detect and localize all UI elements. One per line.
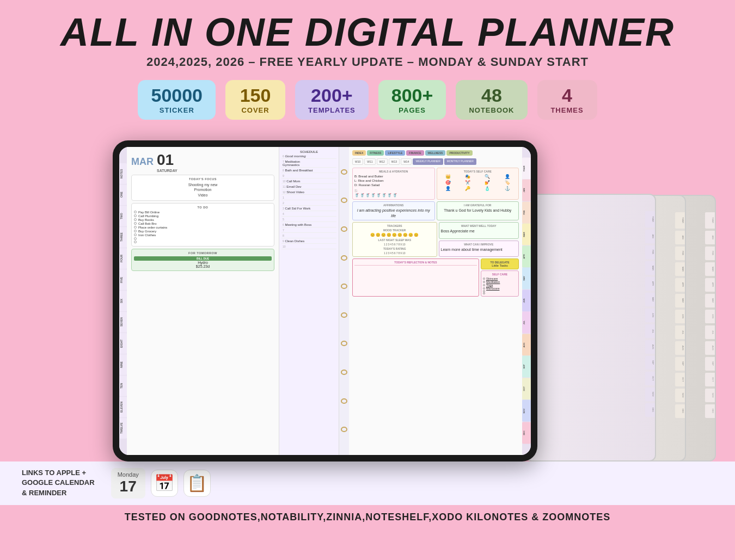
month-jan[interactable]: JAN	[522, 180, 531, 201]
sc-icon-9: 👤	[439, 186, 457, 191]
tab-nine[interactable]: NINE	[119, 354, 127, 375]
google-calendar-icon[interactable]: 📅	[151, 470, 178, 497]
mood-2: 😊	[376, 233, 381, 237]
year-tab-label[interactable]: YEAR	[522, 158, 531, 180]
reminders-icon[interactable]: 📋	[183, 470, 211, 497]
reflection-section: TODAY'S REFLECTION & NOTES	[352, 259, 479, 297]
sc-circle-4	[483, 287, 485, 290]
stat-sticker-number: 50000	[151, 85, 203, 106]
todo-text-1: Pay Bill Online	[138, 211, 160, 214]
right-page: INDEX FITNESS LIFESTYLE FINANCE WELLNESS…	[349, 147, 522, 455]
schedule-item-6: 11 Email Dev	[281, 184, 336, 189]
tab-eleven[interactable]: ELEVEN	[119, 397, 127, 417]
reflection-row: TODAY'S REFLECTION & NOTES TO DELEGATE L…	[352, 259, 519, 297]
reminders-emoji: 📋	[187, 473, 207, 493]
schedule-time-13: 6	[283, 223, 284, 226]
schedule-item-5: 10 Call Mom	[281, 179, 336, 184]
stat-cover-number: 150	[238, 85, 272, 106]
affirmations-title: AFFIRMATIONS	[354, 204, 433, 207]
tab-twelve[interactable]: TWELVE	[119, 418, 127, 439]
schedule-item-7: 12 Shoot Video	[281, 190, 336, 195]
tab-lifestyle[interactable]: LIFESTYLE	[385, 150, 405, 156]
todo-item-empty-2	[134, 241, 272, 243]
week-w10[interactable]: W10	[352, 158, 363, 165]
month-feb[interactable]: FEB	[522, 202, 531, 224]
month-apr[interactable]: APR	[522, 246, 531, 268]
bill-item: Hydro	[134, 261, 272, 264]
date-widget: Monday 17	[111, 468, 145, 499]
tab-seven[interactable]: SEVEN	[119, 312, 127, 333]
stat-themes-label: THEMES	[550, 106, 584, 114]
month-may[interactable]: MAY	[522, 268, 531, 290]
schedule-text-10: Call Sid For Work	[285, 207, 310, 210]
week-w12[interactable]: W12	[377, 158, 388, 165]
month-mar[interactable]: MAR	[522, 224, 531, 245]
week-w13[interactable]: W13	[389, 158, 400, 165]
tab-six[interactable]: SIX	[119, 291, 127, 311]
side-tabs-left: NOTES ONE TWO THREE FOUR FIVE SIX SEVEN …	[119, 147, 127, 455]
tab-three[interactable]: THREE	[119, 227, 127, 248]
rating-9: 9	[400, 251, 402, 255]
weekly-planner-tab[interactable]: WEEKLY PLANNER	[413, 158, 443, 165]
month-jul[interactable]: JUL	[522, 312, 531, 334]
week-w14[interactable]: W14	[401, 158, 412, 165]
rating-7: 7	[396, 251, 398, 255]
today-focus-text: Shooting my newPromotionVideo	[134, 182, 272, 198]
month-aug[interactable]: AUG	[522, 334, 531, 356]
tab-one[interactable]: ONE	[119, 184, 127, 205]
todo-circle-4	[134, 222, 137, 225]
month-dec[interactable]: DEC	[522, 422, 531, 444]
schedule-text-13: Meeting with Boss	[285, 223, 311, 226]
stat-cover: 150 COVER	[225, 80, 285, 119]
schedule-text-3: Bath and Breakfast	[285, 169, 313, 172]
schedule-text-6: Email Dev	[286, 185, 301, 188]
schedule-item-1: 6 Good morning	[281, 154, 336, 159]
todo-circle-e1	[134, 237, 137, 240]
tab-fitness[interactable]: FITNESS	[367, 150, 384, 156]
tab-ten[interactable]: TEN	[119, 376, 127, 396]
mood-tracker-title: MOOD TRACKER	[354, 229, 435, 232]
went-well-text: Boss Appreciate me	[441, 229, 517, 234]
todo-item-7: Iron Clothes	[134, 233, 272, 237]
day-num: 01	[157, 151, 177, 169]
today-rating-row: 1 2 3 4 5 6 7 8 9 10	[354, 251, 435, 255]
week-w11[interactable]: W11	[364, 158, 375, 165]
schedule-time-9: 2	[283, 201, 284, 205]
date-day: Monday	[118, 471, 139, 478]
tab-four[interactable]: FOUR	[119, 248, 127, 269]
meals-d: D: Russian Salad	[354, 183, 433, 187]
stat-sticker: 50000 STICKER	[138, 80, 216, 119]
cup-7: 🥤	[387, 193, 392, 198]
sleep-8: 8	[398, 243, 400, 246]
todo-item-4: Call Bob Bro	[134, 222, 272, 225]
tab-index[interactable]: INDEX	[352, 150, 366, 156]
tab-eight[interactable]: EIGHT	[119, 333, 127, 354]
cup-1: 🥤	[354, 193, 359, 198]
tab-five[interactable]: FIVE	[119, 269, 127, 290]
sleep-4: 4	[390, 243, 391, 246]
tab-wellness[interactable]: WELLNESS	[425, 150, 446, 156]
month-nov[interactable]: NOV	[522, 400, 531, 422]
mood-row: 😊 😊 😊 😊 😊 😊 😊 😊 😊	[354, 233, 435, 237]
cup-4: 🥤	[371, 193, 376, 198]
grateful-title: I AM GRATEFUL FOR	[439, 204, 517, 207]
trackers-title: TRACKERS	[354, 224, 435, 227]
schedule-item-15: 8	[281, 233, 336, 238]
sleep-9: 9	[400, 243, 402, 246]
month-oct[interactable]: OCT	[522, 378, 531, 400]
sc-icon-4: 👤	[498, 174, 517, 179]
rating-1: 1	[384, 251, 385, 255]
bill-amount: $25.23d	[134, 264, 272, 268]
google-cal-emoji: 📅	[154, 473, 174, 493]
tab-productivity[interactable]: PRODUCTIVITY	[446, 150, 472, 156]
month-sep[interactable]: SEP	[522, 356, 531, 378]
month-jun[interactable]: JUN	[522, 290, 531, 312]
monthly-planner-tab[interactable]: MONTHLY PLANNER	[444, 158, 476, 165]
tab-two[interactable]: TWO	[119, 206, 127, 226]
water-cups: 🥤 🥤 🥤 🥤 🥤 🥤 🥤 🥤	[354, 193, 433, 198]
links-text: LINKS TO APPLE +GOOGLE CALENDAR& REMINDE…	[22, 468, 95, 498]
schedule-text-16: Clean Dishes	[285, 239, 304, 243]
tab-notes[interactable]: NOTES	[119, 163, 127, 184]
tab-finance[interactable]: FINANCE	[406, 150, 424, 156]
left-page: MAR 01 SATURDAY TODAY'S FOCUS Shooting m…	[127, 147, 279, 455]
